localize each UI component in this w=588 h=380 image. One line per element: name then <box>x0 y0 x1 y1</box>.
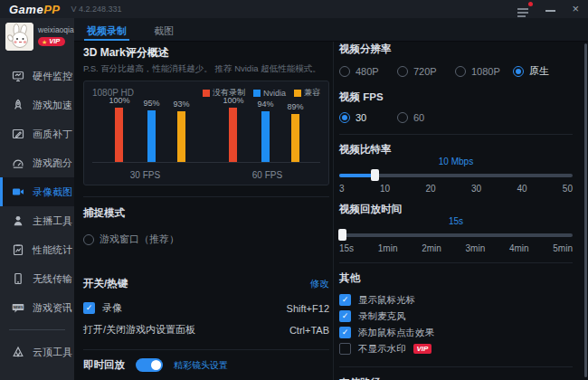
scale-tick-label: 20 <box>425 184 435 194</box>
radio-fps-30[interactable]: 30 <box>339 112 397 123</box>
app-logo: GamePP <box>9 3 60 16</box>
person-icon <box>12 214 24 227</box>
playback-scale: 15s1min2min3min4min5min <box>339 243 573 253</box>
radio-fps-60[interactable]: 60 <box>397 112 455 123</box>
bar: 93% <box>174 100 190 162</box>
scrollbar[interactable] <box>584 43 587 377</box>
sidebar-divider <box>9 329 65 330</box>
scale-tick-label: 3min <box>466 243 486 253</box>
instant-replay-label: 即时回放 <box>83 358 125 372</box>
stats-icon <box>12 243 24 256</box>
radio-icon <box>455 66 466 77</box>
others-title: 其他 <box>339 271 573 285</box>
bar-group: 100%95%93% <box>109 96 189 162</box>
sidebar-item-rocket[interactable]: 游戏加速 <box>0 90 74 119</box>
checkbox[interactable]: ✓ <box>339 310 351 322</box>
capture-mode-title: 捕捉模式 <box>83 206 329 220</box>
sidebar-item-person[interactable]: 主播工具 <box>0 206 74 235</box>
hotkey-title: 开关/热键 <box>83 277 128 290</box>
radio-icon <box>339 66 350 77</box>
bar: 95% <box>144 99 160 162</box>
checkbox[interactable]: ✓ <box>339 343 351 355</box>
scale-tick-label: 1min <box>378 243 398 253</box>
benchmark-chart: 1080P HD 没有录制Nvidia兼容 100%95%93%100%94%8… <box>83 81 329 185</box>
resolution-title: 视频分辨率 <box>339 43 573 56</box>
playback-slider-knob[interactable] <box>338 229 346 241</box>
user-name: weixiaoqia.. <box>38 25 71 34</box>
bitrate-scale: 31020304050 <box>339 184 573 194</box>
divider <box>83 349 329 350</box>
option-添加鼠标点击效果: ✓添加鼠标点击效果 <box>339 325 573 340</box>
titlebar: GamePP V 4.2.248.331 × <box>0 0 588 18</box>
bar: 100% <box>109 96 129 162</box>
scale-tick-label: 4min <box>509 243 529 253</box>
rocket-icon <box>12 99 24 111</box>
avatar <box>5 23 33 51</box>
chart-note: P.S. 百分比越高，性能消耗越少。 推荐 Nvidia 超低性能模式。 <box>83 63 329 75</box>
checkbox[interactable]: ✓ <box>339 294 351 306</box>
star-icon: ★ <box>42 39 47 45</box>
chart-bars: 100%95%93%100%94%89% <box>92 101 320 163</box>
playback-title: 视频回放时间 <box>339 203 573 216</box>
fps-title: 视频 FPS <box>339 90 573 104</box>
bitrate-value: 10 Mbps <box>339 157 573 166</box>
sidebar-item-stats[interactable]: 性能统计 <box>0 235 74 264</box>
sidebar-item-gauge[interactable]: 游戏跑分 <box>0 148 74 177</box>
modify-link[interactable]: 修改 <box>310 278 329 290</box>
divider <box>339 366 573 367</box>
sidebar-item-patch[interactable]: 画质补丁 <box>0 119 74 148</box>
bar-group: 100%94%89% <box>223 96 303 162</box>
close-button[interactable]: × <box>572 5 579 14</box>
bar: 100% <box>223 96 243 162</box>
scale-tick-label: 3 <box>339 184 345 194</box>
highlight-settings-link[interactable]: 精彩镜头设置 <box>174 359 228 372</box>
category-label: 60 FPS <box>252 170 282 180</box>
notification-dot <box>528 2 533 6</box>
option-显示鼠标光标: ✓显示鼠标光标 <box>339 292 573 308</box>
sidebar-menu: 硬件监控游戏加速画质补丁游戏跑分录像截图主播工具性能统计无线传输NEWS游戏资讯… <box>0 62 74 366</box>
playback-slider[interactable] <box>339 229 573 241</box>
option-不显示水印: ✓不显示水印VIP <box>339 341 573 356</box>
menu-icon[interactable] <box>517 5 529 14</box>
record-checkbox[interactable]: ✓ <box>83 302 95 314</box>
sidebar-item-phone[interactable]: 无线传输 <box>0 264 74 293</box>
bar: 89% <box>288 102 304 162</box>
tab-0[interactable]: 视频录制 <box>87 18 127 41</box>
storage-title: 存储路径 <box>339 376 573 380</box>
checkbox[interactable]: ✓ <box>339 327 351 338</box>
scale-tick-label: 10 <box>380 184 390 194</box>
radio-resolution-720P[interactable]: 720P <box>397 64 455 78</box>
hotkey-record-key: Shift+F12 <box>287 303 329 314</box>
instant-replay-toggle[interactable] <box>136 358 163 372</box>
radio-resolution-1080P[interactable]: 1080P <box>455 64 513 78</box>
sidebar-item-cards[interactable]: 云顶工具 <box>0 337 74 366</box>
chart-title: 3D Mark评分概述 <box>83 45 329 61</box>
scale-tick-label: 2min <box>422 243 441 253</box>
radio-icon <box>339 112 350 123</box>
divider <box>83 196 329 197</box>
radio-icon <box>397 112 408 123</box>
bar: 94% <box>258 100 274 162</box>
radio-resolution-原生[interactable]: 原生 <box>513 64 571 78</box>
sidebar-item-news[interactable]: NEWS游戏资讯 <box>0 293 74 322</box>
camera-icon <box>12 185 24 198</box>
bitrate-slider[interactable] <box>339 169 573 181</box>
radio-icon <box>83 234 94 245</box>
scale-tick-label: 30 <box>471 184 481 194</box>
divider <box>339 262 573 263</box>
resolution-options: 480P720P1080P原生 <box>339 64 573 78</box>
sidebar-item-camera[interactable]: 录像截图 <box>0 177 74 206</box>
minimize-button[interactable] <box>545 10 555 12</box>
radio-resolution-480P[interactable]: 480P <box>339 64 397 78</box>
scale-tick-label: 40 <box>517 184 526 194</box>
vip-tag: VIP <box>413 344 432 354</box>
hotkey-panel-key: Ctrl+TAB <box>289 325 329 336</box>
bitrate-slider-knob[interactable] <box>371 169 379 181</box>
cards-icon <box>12 346 24 358</box>
user-card[interactable]: weixiaoqia.. ★ VIP <box>0 18 74 56</box>
radio-game-window[interactable]: 游戏窗口（推荐） <box>83 233 329 246</box>
tab-1[interactable]: 截图 <box>154 18 174 41</box>
sidebar-item-monitor[interactable]: 硬件监控 <box>0 62 74 90</box>
monitor-icon <box>12 70 24 82</box>
fps-options: 3060 <box>339 112 573 123</box>
